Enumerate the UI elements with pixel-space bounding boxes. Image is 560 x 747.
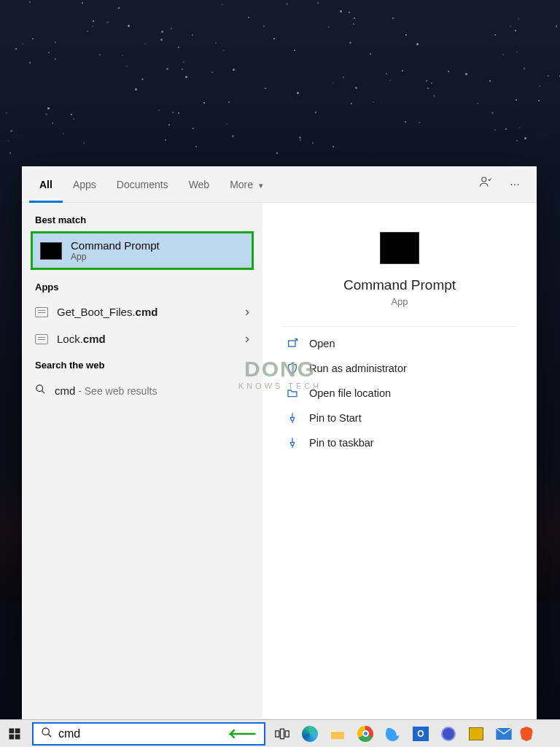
- taskbar-task-view[interactable]: [268, 720, 296, 748]
- pin-icon: [286, 411, 299, 425]
- taskbar-app-chrome[interactable]: [351, 720, 379, 748]
- svg-rect-3: [289, 341, 295, 347]
- open-icon: [286, 337, 299, 350]
- section-search-web: Search the web: [22, 352, 262, 376]
- taskbar-app-brave[interactable]: [518, 720, 535, 748]
- taskbar-app-file-explorer[interactable]: [324, 720, 351, 748]
- chevron-right-icon: ›: [245, 304, 249, 320]
- divider: [283, 326, 516, 327]
- svg-line-9: [48, 734, 51, 737]
- section-best-match: Best match: [22, 207, 262, 231]
- chevron-down-icon: ▾: [259, 181, 263, 190]
- best-match-title: Command Prompt: [71, 239, 160, 252]
- svg-rect-10: [276, 730, 279, 736]
- more-options-icon[interactable]: ···: [500, 166, 529, 203]
- tab-all[interactable]: All: [29, 166, 63, 203]
- cmd-file-icon: [35, 334, 48, 344]
- tab-more-label: More: [230, 179, 253, 190]
- tab-more[interactable]: More ▾: [219, 166, 273, 203]
- best-match-subtitle: App: [71, 252, 160, 262]
- svg-rect-6: [9, 734, 15, 739]
- results-column: Best match Command Prompt App Apps Get_B…: [22, 203, 262, 719]
- windows-search-panel: All Apps Documents Web More ▾ ··· Best m…: [22, 166, 537, 719]
- action-label: Pin to Start: [309, 412, 362, 424]
- taskbar-app-6[interactable]: [435, 720, 462, 748]
- action-label: Pin to taskbar: [309, 437, 374, 449]
- svg-point-8: [42, 728, 49, 735]
- action-label: Run as administrator: [309, 363, 407, 374]
- taskbar-app-outlook[interactable]: O: [407, 720, 435, 748]
- search-icon: [41, 727, 52, 741]
- web-search-result[interactable]: cmd - See web results: [22, 376, 262, 404]
- cmd-file-icon: [35, 307, 48, 317]
- action-run-admin[interactable]: Run as administrator: [277, 356, 522, 381]
- action-pin-start[interactable]: Pin to Start: [277, 406, 522, 430]
- taskbar-app-4[interactable]: [379, 720, 407, 748]
- chevron-right-icon: ›: [245, 331, 249, 347]
- svg-rect-5: [15, 728, 20, 733]
- command-prompt-icon: [40, 242, 62, 260]
- preview-subtitle: App: [277, 296, 522, 307]
- search-icon: [35, 384, 46, 397]
- tab-apps[interactable]: Apps: [63, 166, 106, 203]
- svg-point-1: [36, 385, 43, 392]
- svg-rect-7: [15, 734, 20, 739]
- taskbar-app-edge[interactable]: [296, 720, 324, 748]
- action-label: Open file location: [309, 387, 391, 399]
- svg-line-2: [42, 390, 44, 393]
- action-open[interactable]: Open: [277, 331, 522, 356]
- tab-web[interactable]: Web: [179, 166, 220, 203]
- action-open-location[interactable]: Open file location: [277, 381, 522, 406]
- app-result-label: Get_Boot_Files.cmd: [57, 306, 158, 318]
- preview-column: Command Prompt App Open Run as administr…: [262, 203, 537, 719]
- search-input[interactable]: [58, 727, 222, 740]
- taskbar-app-mail[interactable]: [490, 720, 518, 748]
- search-tab-row: All Apps Documents Web More ▾ ···: [22, 166, 537, 203]
- svg-rect-4: [9, 728, 15, 733]
- action-pin-taskbar[interactable]: Pin to taskbar: [277, 430, 522, 455]
- taskbar: O: [0, 719, 560, 747]
- annotation-arrow-icon: [228, 727, 257, 740]
- app-result-1[interactable]: Lock.cmd ›: [22, 325, 262, 352]
- web-result-label: cmd - See web results: [55, 384, 157, 397]
- app-result-0[interactable]: Get_Boot_Files.cmd ›: [22, 298, 262, 325]
- app-result-label: Lock.cmd: [57, 333, 106, 345]
- section-apps: Apps: [22, 274, 262, 298]
- svg-point-0: [482, 177, 486, 182]
- preview-title: Command Prompt: [277, 277, 522, 293]
- feedback-icon[interactable]: [471, 166, 500, 203]
- tab-documents[interactable]: Documents: [106, 166, 179, 203]
- svg-rect-11: [281, 729, 284, 738]
- best-match-result[interactable]: Command Prompt App: [31, 231, 254, 270]
- action-label: Open: [309, 338, 335, 349]
- preview-app-icon: [380, 232, 419, 264]
- pin-icon: [286, 436, 299, 449]
- shield-admin-icon: [286, 362, 299, 375]
- folder-icon: [286, 387, 299, 400]
- taskbar-app-7[interactable]: [462, 720, 490, 748]
- svg-rect-12: [285, 730, 289, 736]
- taskbar-search-box[interactable]: [32, 722, 265, 746]
- start-button[interactable]: [0, 720, 29, 748]
